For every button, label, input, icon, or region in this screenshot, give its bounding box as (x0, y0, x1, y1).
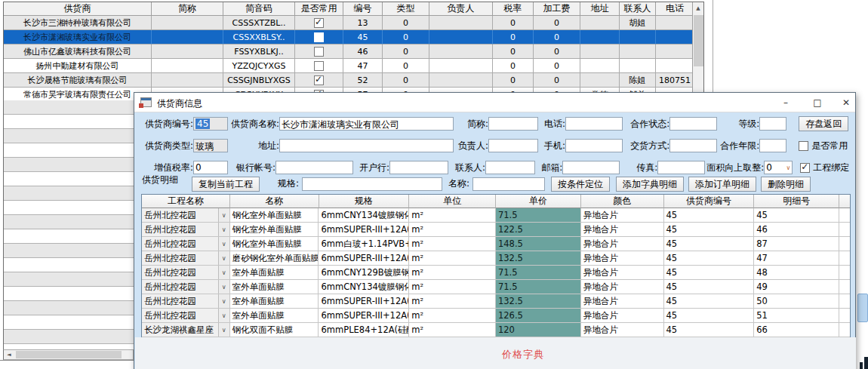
delete-detail-button[interactable]: 删除明细 (761, 177, 811, 192)
col-header-no[interactable]: 编号 (343, 2, 383, 16)
project-combobox[interactable]: 岳州北控花园 ∨ (142, 208, 229, 222)
col-header-address[interactable]: 地址 (580, 2, 620, 16)
vertical-scrollbar[interactable]: ▲ (692, 2, 703, 102)
vat-field[interactable]: 0 (193, 161, 228, 174)
project-combobox[interactable]: 岳州北控花园 ∨ (142, 237, 229, 251)
detail-row[interactable]: 岳州北控花园 ∨ 室外单面贴膜 6mmCNY134镀膜钢化 m² 71.5 异地… (142, 280, 850, 294)
project-combobox[interactable]: 岳州北控花园 ∨ (142, 266, 229, 279)
supplier-list-item[interactable] (4, 287, 134, 301)
supplier-list-item[interactable] (4, 115, 134, 129)
supplier-list-item[interactable] (4, 158, 134, 172)
common-checkbox[interactable] (314, 32, 324, 42)
project-combobox[interactable]: 长沙龙湖祺鑫星座 ∨ (142, 323, 229, 337)
supplier-list-item[interactable] (4, 272, 134, 287)
supplier-list-item[interactable] (4, 215, 134, 229)
coop-status-field[interactable] (669, 117, 717, 131)
area-round-dropdown[interactable]: 0∨ (764, 161, 793, 174)
supplier-list-item[interactable] (4, 344, 134, 349)
col-header-detail-no[interactable]: 明细号 (754, 195, 839, 208)
detail-row[interactable]: 长沙龙湖祺鑫星座 ∨ 钢化双面不贴膜 6mmPLE84+12A(硅酮胶... m… (142, 323, 850, 337)
background-scrollbar-thumb[interactable] (857, 294, 868, 322)
col-header-tax[interactable]: 税率 (493, 2, 534, 16)
col-header-supplier[interactable]: 供货商 (4, 2, 152, 16)
common-checkbox[interactable] (314, 61, 324, 71)
common-checkbox[interactable] (314, 47, 324, 57)
supplier-row[interactable]: 佛山市亿鑫玻璃科技有限公司 FSSYXBLKJ.. 46 0 0 0 (4, 45, 703, 59)
bank-account-field[interactable] (275, 161, 353, 174)
detail-row[interactable]: 岳州北控花园 ∨ 磨砂钢化室外单面贴膜 6mmSUPER-III+12A(硅..… (142, 251, 850, 266)
project-combobox[interactable]: 岳州北控花园 ∨ (142, 294, 229, 308)
detail-row[interactable]: 岳州北控花园 ∨ 室外单面贴膜 6mmCNY129B镀膜钢化 m² 71.5 异… (142, 266, 850, 280)
horizontal-scrollbar[interactable]: ◄ (3, 349, 134, 360)
scroll-up-icon[interactable]: ▲ (693, 2, 703, 14)
detail-row[interactable]: 岳州北控花园 ∨ 钢化室外单面贴膜 6mm白玻+1.14PVB+6mm... m… (142, 237, 850, 251)
name-filter-input[interactable] (472, 177, 545, 191)
detail-row[interactable]: 岳州北控花园 ∨ 室外单面贴膜 6mmSUPER-III+12A(硅... m²… (142, 309, 850, 323)
supplier-no-field[interactable]: 45 (193, 117, 228, 131)
supplier-row[interactable]: 长沙晟格节能玻璃有限公司 CSSGJNBLYXGS 52 0 0 0 陈姐 18… (4, 73, 703, 88)
manager-field[interactable] (488, 139, 538, 152)
abbr-field[interactable] (488, 117, 538, 131)
supplier-list-item[interactable] (4, 330, 134, 344)
coop-years-field[interactable] (759, 139, 786, 152)
locate-by-condition-button[interactable]: 按条件定位 (551, 177, 610, 192)
col-header-type[interactable]: 类型 (383, 2, 429, 16)
supplier-list-item[interactable] (4, 129, 134, 143)
project-combobox[interactable]: 岳州北控花园 ∨ (142, 251, 229, 265)
col-header-contact[interactable]: 联系人 (620, 2, 656, 16)
detail-row[interactable]: 岳州北控花园 ∨ 室外单面贴膜 6mmSUPER-III+12A(硅... m²… (142, 294, 850, 309)
col-header-pinyin[interactable]: 简音码 (223, 2, 295, 16)
supplier-row[interactable]: 长沙市三湘特种玻璃有限公司 CSSSXTZBL.. 13 0 0 0 胡姐 (4, 16, 703, 30)
supplier-list-item[interactable] (4, 201, 134, 215)
grade-field[interactable] (759, 117, 786, 131)
scrollbar-thumb[interactable] (694, 15, 703, 66)
col-header-project[interactable]: 工程名称 (142, 195, 230, 208)
col-header-fee[interactable]: 加工费 (534, 2, 580, 16)
supplier-list-item[interactable] (4, 100, 134, 115)
close-icon[interactable]: ✕ (833, 93, 859, 112)
fax-field[interactable] (657, 161, 705, 174)
col-header-price[interactable]: 单价 (496, 195, 581, 208)
supplier-name-field[interactable]: 长沙市潇湘玻璃实业有限公司 (279, 117, 454, 131)
project-combobox[interactable]: 岳州北控花园 ∨ (142, 280, 229, 294)
supplier-list-item[interactable] (4, 143, 134, 158)
delivery-field[interactable] (669, 139, 717, 152)
spec-filter-input[interactable] (302, 177, 442, 191)
common-checkbox[interactable] (314, 75, 324, 85)
common-use-checkbox[interactable] (799, 141, 808, 151)
supplier-list-item[interactable] (4, 172, 134, 186)
col-header-common[interactable]: 是否常用 (295, 2, 343, 16)
col-header-spec[interactable]: 规格 (319, 195, 410, 208)
col-header-abbr[interactable]: 简称 (152, 2, 223, 16)
supplier-row[interactable]: 扬州中勤建材有限公司 YZZQJCYXGS 47 0 0 0 (4, 59, 703, 73)
project-combobox[interactable]: 岳州北控花园 ∨ (142, 223, 229, 236)
project-bind-checkbox[interactable] (800, 163, 810, 173)
bank-field[interactable] (389, 161, 448, 174)
supplier-list-item[interactable] (4, 258, 134, 272)
col-header-supplier-no[interactable]: 供货商编号 (664, 195, 755, 208)
mobile-field[interactable] (565, 139, 623, 152)
supplier-list-item[interactable] (4, 186, 134, 201)
phone-field[interactable] (565, 117, 623, 131)
contact-field[interactable] (485, 161, 535, 174)
supplier-list-item[interactable] (4, 229, 134, 244)
col-header-unit[interactable]: 单位 (409, 195, 496, 208)
project-combobox[interactable]: 岳州北控花园 ∨ (142, 309, 229, 322)
detail-row[interactable]: 岳州北控花园 ∨ 钢化室外单面贴膜 6mmSUPER-III+12A(硅... … (142, 223, 850, 237)
common-checkbox[interactable] (314, 18, 324, 28)
dialog-titlebar[interactable]: 供货商信息 – □ ✕ (134, 93, 855, 112)
maximize-button[interactable]: □ (805, 93, 830, 112)
col-header-name[interactable]: 名称 (230, 195, 319, 208)
add-order-detail-button[interactable]: 添加订单明细 (688, 177, 756, 192)
minimize-button[interactable]: – (773, 93, 799, 112)
col-header-phone[interactable]: 电话 (656, 2, 694, 16)
add-dictionary-detail-button[interactable]: 添加字典明细 (616, 177, 684, 192)
email-field[interactable] (562, 161, 620, 174)
supplier-list-item[interactable] (4, 301, 134, 315)
save-return-button[interactable]: 存盘返回 (799, 116, 848, 131)
scroll-left-icon[interactable]: ◄ (4, 350, 14, 359)
detail-row[interactable]: 岳州北控花园 ∨ 钢化室外单面贴膜 6mmCNY134镀膜钢化 m² 71.5 … (142, 208, 850, 223)
copy-current-project-button[interactable]: 复制当前工程 (192, 177, 260, 192)
supplier-row[interactable]: 长沙市潇湘玻璃实业有限公司 CSSXXBLSY.. 45 0 0 0 (4, 30, 703, 45)
col-header-manager[interactable]: 负责人 (429, 2, 493, 16)
